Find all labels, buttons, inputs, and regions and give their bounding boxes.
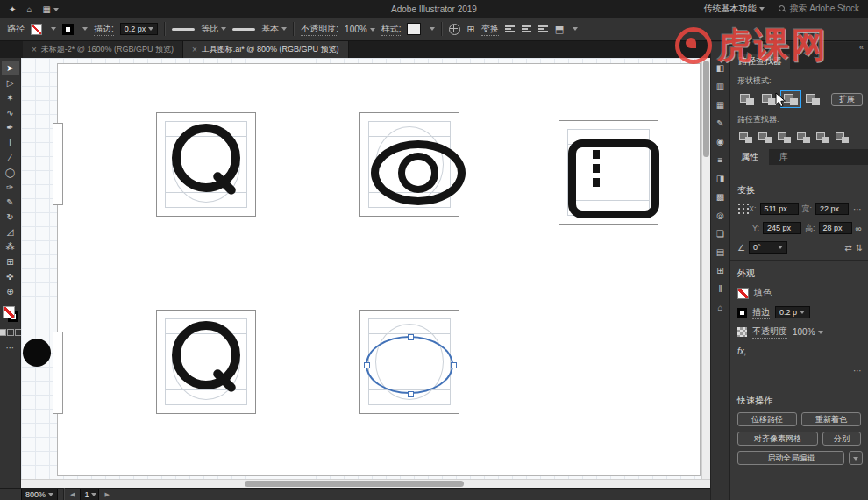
document-setup-icon[interactable]	[449, 24, 460, 35]
constrain-proportions-icon[interactable]: ∞	[856, 224, 862, 233]
align-center-icon[interactable]	[522, 25, 532, 34]
width-profile-dropdown[interactable]: 等比	[201, 23, 226, 35]
width-field[interactable]: 22 px	[815, 203, 849, 215]
tab-libraries[interactable]: 库	[769, 149, 799, 165]
rotation-dropdown[interactable]: 0°	[749, 241, 787, 254]
style-swatch[interactable]	[407, 23, 421, 35]
transform-more-icon[interactable]: ⋯	[853, 204, 863, 214]
opacity-label-link[interactable]: 不透明度	[752, 325, 787, 339]
direct-selection-tool[interactable]: ▷	[2, 75, 19, 90]
floating-toolbar-button[interactable]	[23, 339, 51, 367]
graphic-styles-panel-icon[interactable]: ❏	[716, 229, 724, 239]
vertical-scrollbar[interactable]	[701, 58, 710, 479]
arrange-icon[interactable]: ⬒	[555, 24, 564, 35]
reference-point-locator[interactable]	[738, 204, 740, 205]
pathfinder-merge-button[interactable]	[776, 131, 793, 144]
lasso-tool[interactable]: ∿	[2, 105, 19, 120]
opacity-value-dropdown[interactable]: 100%	[793, 327, 823, 337]
menu-icon[interactable]: ▦	[42, 4, 58, 14]
canvas[interactable]	[21, 58, 710, 479]
shape-mode-intersect-button[interactable]	[781, 91, 800, 107]
stock-search[interactable]: 搜索 Adobe Stock	[779, 3, 859, 15]
stroke-panel-icon[interactable]: ≡	[718, 155, 723, 166]
zoom-field[interactable]: 800%	[21, 489, 58, 500]
separate-button[interactable]: 分别	[822, 432, 861, 446]
pen-tool[interactable]: ✒	[2, 120, 19, 135]
swatches-panel-icon[interactable]: ▦	[716, 100, 724, 111]
fx-button[interactable]: fx,	[737, 346, 747, 356]
shape-mode-minus-front-button[interactable]	[759, 91, 779, 107]
zoom-tool[interactable]: ⊕	[2, 284, 19, 299]
hand-tool[interactable]: ✜	[2, 269, 19, 284]
libraries-panel-icon[interactable]: ⌂	[717, 303, 722, 313]
toolbar-more-icon[interactable]: ⋯	[6, 343, 15, 353]
gradient-panel-icon[interactable]: ◨	[716, 174, 724, 184]
line-segment-tool[interactable]: ∕	[2, 150, 19, 165]
paintbrush-tool[interactable]: ✑	[2, 180, 19, 195]
appearance-more-icon[interactable]: ⋯	[853, 366, 863, 375]
selected-ellipse-path[interactable]	[366, 336, 453, 394]
artboard-icon-partial[interactable]	[53, 332, 63, 414]
icon-cell-magnifier-1[interactable]	[156, 112, 256, 217]
grid-options-icon[interactable]: ⊞	[466, 24, 474, 35]
symbol-sprayer-tool[interactable]: ⁂	[2, 239, 19, 254]
expand-button[interactable]: 扩展	[831, 93, 863, 106]
vertical-scrollbar-thumb[interactable]	[703, 61, 709, 157]
type-tool[interactable]: T	[2, 135, 19, 150]
chevron-down-icon[interactable]	[51, 27, 56, 31]
pathfinder-minus-back-button[interactable]	[834, 131, 850, 144]
chevron-down-icon[interactable]	[573, 27, 578, 31]
rotate-tool[interactable]: ↻	[2, 210, 19, 225]
x-field[interactable]: 511 px	[760, 203, 799, 215]
anchor-point[interactable]	[408, 391, 414, 397]
transform-link[interactable]: 变换	[481, 23, 499, 36]
scale-tool[interactable]: ◿	[2, 225, 19, 239]
stroke-swatch[interactable]	[737, 308, 747, 318]
global-edit-options-button[interactable]	[849, 451, 863, 465]
artboard-navigation-field[interactable]: 1	[80, 489, 99, 500]
ticket-outline-shape[interactable]	[568, 139, 659, 218]
workspace-switcher[interactable]: 传统基本功能	[704, 3, 765, 15]
global-edit-button[interactable]: 启动全局编辑	[737, 451, 844, 465]
stroke-weight-stepper[interactable]: 0.2 p	[775, 306, 810, 318]
artboard-tool[interactable]: ⊞	[2, 254, 19, 269]
layers-panel-icon[interactable]: ▤	[716, 247, 724, 258]
offset-path-button[interactable]: 位移路径	[737, 412, 797, 426]
pathfinder-trim-button[interactable]	[757, 131, 773, 144]
tab-properties[interactable]: 属性	[730, 149, 769, 165]
align-right-icon[interactable]	[538, 25, 549, 34]
anchor-point[interactable]	[364, 362, 370, 368]
brushes-panel-icon[interactable]: ✎	[716, 118, 723, 129]
fill-color-swatch[interactable]	[31, 24, 42, 35]
close-icon[interactable]: ×	[192, 41, 197, 58]
anchor-point[interactable]	[451, 362, 457, 368]
pathfinder-divide-button[interactable]	[737, 131, 754, 144]
shape-mode-unite-button[interactable]	[737, 91, 757, 107]
previous-artboard-icon[interactable]: ◀	[70, 491, 75, 498]
collapse-panels-icon[interactable]: «	[730, 42, 868, 54]
pathfinder-outline-button[interactable]	[815, 131, 831, 144]
selection-tool[interactable]: ➤	[2, 61, 19, 75]
icon-cell-eye[interactable]	[359, 112, 459, 217]
anchor-point[interactable]	[408, 334, 414, 340]
drawing-mode-buttons[interactable]	[0, 329, 22, 336]
icon-cell-selected-ellipse[interactable]	[359, 310, 459, 414]
chevron-down-icon[interactable]	[82, 27, 88, 31]
transparency-panel-icon[interactable]: ▩	[716, 192, 724, 203]
chevron-down-icon[interactable]	[430, 27, 435, 31]
y-field[interactable]: 245 px	[763, 222, 801, 234]
align-pixel-grid-button[interactable]: 对齐像素网格	[737, 432, 818, 446]
color-panel-icon[interactable]: ◧	[716, 63, 724, 74]
symbols-panel-icon[interactable]: ◉	[716, 137, 724, 147]
icon-cell-ticket[interactable]	[559, 120, 658, 225]
eye-pupil-shape[interactable]	[398, 153, 438, 193]
document-tab-tool-icons[interactable]: × 工具图标.ai* @ 800% (RGB/GPU 预览)	[183, 41, 349, 58]
brush-dropdown[interactable]: 基本	[261, 23, 287, 35]
flip-horizontal-icon[interactable]: ⇄	[844, 243, 851, 253]
fill-stroke-indicator[interactable]	[3, 306, 18, 322]
height-field[interactable]: 28 px	[819, 222, 852, 234]
opacity-dropdown[interactable]: 100%	[345, 25, 375, 34]
close-icon[interactable]: ×	[32, 41, 37, 58]
artboards-panel-icon[interactable]: ⊞	[716, 266, 723, 276]
next-artboard-icon[interactable]: ▶	[104, 491, 109, 498]
